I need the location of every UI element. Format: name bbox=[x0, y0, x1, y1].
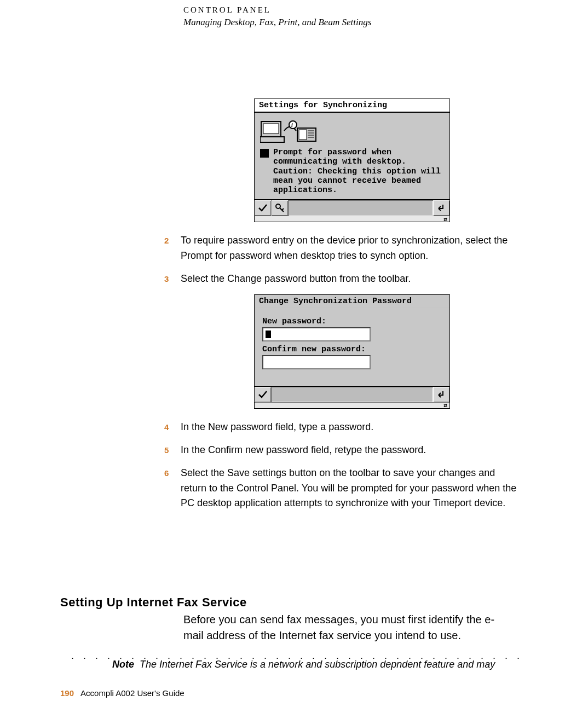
checkmark-icon bbox=[258, 390, 268, 399]
toolbar-spacer bbox=[272, 387, 433, 402]
dialog-toolbar bbox=[255, 386, 449, 402]
page-number: 190 bbox=[60, 688, 74, 698]
dialog-title: Change Synchronization Password bbox=[255, 295, 449, 308]
save-settings-button[interactable] bbox=[255, 387, 272, 402]
running-header: CONTROL PANEL Managing Desktop, Fax, Pri… bbox=[183, 5, 371, 28]
section-body: Before you can send fax messages, you mu… bbox=[183, 612, 506, 644]
checkmark-icon bbox=[258, 203, 268, 213]
note-text: The Internet Fax Service is a network an… bbox=[140, 659, 495, 670]
step-number: 6 bbox=[164, 466, 181, 512]
note-label: Note bbox=[112, 659, 134, 670]
change-password-button[interactable] bbox=[272, 200, 289, 216]
book-title: Accompli A002 User's Guide bbox=[80, 688, 185, 698]
page-footer: 190Accompli A002 User's Guide bbox=[60, 688, 185, 698]
svg-line-13 bbox=[282, 208, 284, 210]
back-arrow-icon bbox=[436, 390, 446, 399]
screenshot-change-password: Change Synchronization Password New pass… bbox=[254, 294, 450, 409]
step-number: 3 bbox=[164, 271, 181, 287]
instruction-step: 4 In the New password field, type a pass… bbox=[164, 420, 520, 435]
dialog-title: Settings for Synchronizing bbox=[255, 99, 449, 113]
instruction-step: 5 In the Confirm new password field, ret… bbox=[164, 443, 520, 458]
new-password-input[interactable] bbox=[262, 327, 371, 341]
pc-pda-sync-icon: i bbox=[260, 117, 320, 144]
instruction-step: 6 Select the Save settings button on the… bbox=[164, 466, 520, 512]
status-strip: ⇄ bbox=[255, 402, 449, 408]
step-number: 5 bbox=[164, 443, 181, 458]
step-text: In the New password field, type a passwo… bbox=[181, 420, 520, 435]
step-text: Select the Change password button from t… bbox=[181, 271, 520, 287]
svg-point-3 bbox=[289, 121, 297, 129]
svg-point-11 bbox=[276, 204, 280, 208]
svg-rect-6 bbox=[299, 130, 307, 140]
confirm-password-input[interactable] bbox=[262, 355, 371, 369]
new-password-label: New password: bbox=[262, 317, 442, 326]
back-arrow-icon bbox=[436, 203, 446, 213]
key-icon bbox=[275, 203, 285, 213]
save-settings-button[interactable] bbox=[255, 200, 272, 216]
instruction-step: 2 To require password entry on the devic… bbox=[164, 233, 520, 264]
text-cursor-icon bbox=[266, 331, 271, 338]
chapter-title: CONTROL PANEL bbox=[183, 5, 371, 15]
prompt-password-label: Prompt for password when communicating w… bbox=[273, 148, 444, 195]
step-text: To require password entry on the device … bbox=[181, 233, 520, 264]
instruction-step: 3 Select the Change password button from… bbox=[164, 271, 520, 287]
sync-illustration: i bbox=[260, 117, 444, 144]
main-content: Settings for Synchronizing i bbox=[164, 98, 520, 519]
step-number: 4 bbox=[164, 420, 181, 435]
prompt-password-checkbox[interactable] bbox=[260, 149, 269, 158]
note-block: NoteThe Internet Fax Service is a networ… bbox=[112, 659, 495, 670]
svg-rect-1 bbox=[263, 124, 279, 134]
status-strip: ⇄ bbox=[255, 216, 449, 222]
step-text: Select the Save settings button on the t… bbox=[181, 466, 520, 512]
chapter-subtitle: Managing Desktop, Fax, Print, and Beam S… bbox=[183, 17, 371, 28]
confirm-password-label: Confirm new password: bbox=[262, 345, 442, 354]
step-text: In the Confirm new password field, retyp… bbox=[181, 443, 520, 458]
section-heading: Setting Up Internet Fax Service bbox=[60, 595, 247, 610]
svg-rect-2 bbox=[260, 137, 284, 142]
resize-grip-icon: ⇄ bbox=[443, 216, 447, 223]
toolbar-spacer bbox=[289, 200, 433, 216]
dialog-toolbar bbox=[255, 199, 449, 216]
back-button[interactable] bbox=[433, 387, 449, 402]
screenshot-sync-settings: Settings for Synchronizing i bbox=[254, 98, 450, 222]
back-button[interactable] bbox=[433, 200, 449, 216]
svg-text:i: i bbox=[291, 122, 293, 128]
resize-grip-icon: ⇄ bbox=[443, 402, 447, 409]
step-number: 2 bbox=[164, 233, 181, 264]
